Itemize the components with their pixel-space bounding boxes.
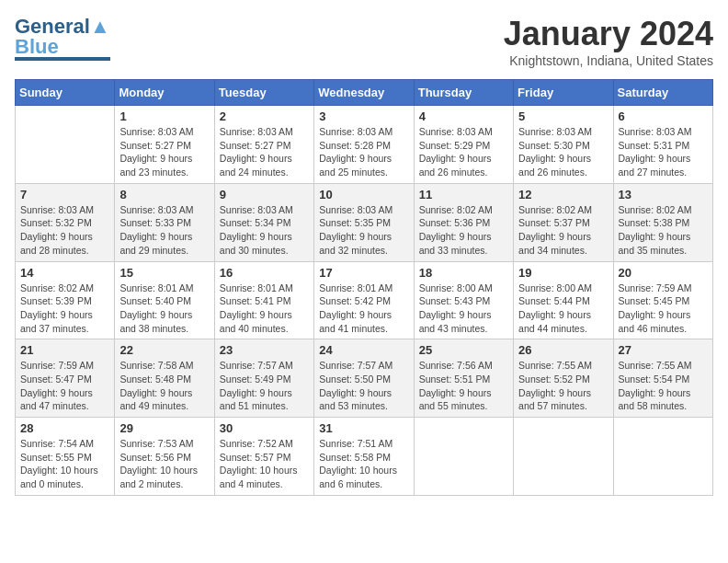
day-cell: 28Sunrise: 7:54 AMSunset: 5:55 PMDayligh… bbox=[16, 418, 115, 496]
day-info: Sunrise: 7:59 AMSunset: 5:45 PMDaylight:… bbox=[619, 282, 708, 336]
day-cell: 24Sunrise: 7:57 AMSunset: 5:50 PMDayligh… bbox=[314, 339, 414, 418]
day-cell: 14Sunrise: 8:02 AMSunset: 5:39 PMDayligh… bbox=[16, 261, 115, 339]
day-cell: 12Sunrise: 8:02 AMSunset: 5:37 PMDayligh… bbox=[514, 183, 613, 261]
day-info: Sunrise: 8:03 AMSunset: 5:29 PMDaylight:… bbox=[419, 125, 508, 179]
week-row-3: 14Sunrise: 8:02 AMSunset: 5:39 PMDayligh… bbox=[16, 261, 713, 339]
day-number: 17 bbox=[319, 266, 408, 280]
day-info: Sunrise: 7:58 AMSunset: 5:48 PMDaylight:… bbox=[119, 359, 209, 413]
day-cell: 10Sunrise: 8:03 AMSunset: 5:35 PMDayligh… bbox=[314, 183, 414, 261]
day-number: 23 bbox=[220, 343, 309, 357]
day-number: 10 bbox=[319, 188, 408, 201]
day-cell: 2Sunrise: 8:03 AMSunset: 5:27 PMDaylight… bbox=[214, 106, 313, 184]
logo-divider bbox=[15, 57, 110, 61]
day-number: 6 bbox=[619, 109, 708, 123]
day-cell: 21Sunrise: 7:59 AMSunset: 5:47 PMDayligh… bbox=[16, 339, 115, 418]
day-info: Sunrise: 8:02 AMSunset: 5:36 PMDaylight:… bbox=[419, 203, 508, 258]
day-number: 18 bbox=[419, 266, 508, 280]
day-number: 1 bbox=[119, 109, 209, 123]
day-cell: 31Sunrise: 7:51 AMSunset: 5:58 PMDayligh… bbox=[314, 418, 414, 496]
calendar-table: SundayMondayTuesdayWednesdayThursdayFrid… bbox=[15, 79, 713, 496]
day-cell: 17Sunrise: 8:01 AMSunset: 5:42 PMDayligh… bbox=[314, 261, 414, 339]
day-number: 7 bbox=[20, 188, 109, 201]
day-number: 13 bbox=[619, 188, 708, 201]
day-info: Sunrise: 8:03 AMSunset: 5:27 PMDaylight:… bbox=[119, 125, 209, 179]
day-number: 12 bbox=[518, 188, 608, 201]
day-cell: 30Sunrise: 7:52 AMSunset: 5:57 PMDayligh… bbox=[214, 418, 313, 496]
day-cell bbox=[414, 418, 513, 496]
day-number: 19 bbox=[518, 266, 608, 280]
day-info: Sunrise: 7:57 AMSunset: 5:50 PMDaylight:… bbox=[319, 359, 408, 413]
day-info: Sunrise: 8:02 AMSunset: 5:39 PMDaylight:… bbox=[20, 282, 109, 336]
col-header-friday: Friday bbox=[514, 80, 613, 106]
day-cell: 26Sunrise: 7:55 AMSunset: 5:52 PMDayligh… bbox=[514, 339, 613, 418]
day-info: Sunrise: 7:57 AMSunset: 5:49 PMDaylight:… bbox=[220, 359, 309, 413]
day-info: Sunrise: 8:03 AMSunset: 5:27 PMDaylight:… bbox=[220, 125, 309, 179]
day-number: 14 bbox=[20, 266, 109, 280]
day-info: Sunrise: 8:02 AMSunset: 5:38 PMDaylight:… bbox=[619, 203, 708, 258]
header-row: SundayMondayTuesdayWednesdayThursdayFrid… bbox=[16, 80, 713, 106]
day-info: Sunrise: 8:00 AMSunset: 5:44 PMDaylight:… bbox=[518, 282, 608, 336]
day-info: Sunrise: 8:00 AMSunset: 5:43 PMDaylight:… bbox=[419, 282, 508, 336]
page-header: General ▲ Blue January 2024 Knightstown,… bbox=[15, 15, 713, 68]
day-number: 9 bbox=[220, 188, 309, 201]
day-cell: 4Sunrise: 8:03 AMSunset: 5:29 PMDaylight… bbox=[414, 106, 513, 184]
day-number: 21 bbox=[20, 343, 109, 357]
day-cell: 7Sunrise: 8:03 AMSunset: 5:32 PMDaylight… bbox=[16, 183, 115, 261]
week-row-4: 21Sunrise: 7:59 AMSunset: 5:47 PMDayligh… bbox=[16, 339, 713, 418]
week-row-1: 1Sunrise: 8:03 AMSunset: 5:27 PMDaylight… bbox=[16, 106, 713, 184]
day-cell: 29Sunrise: 7:53 AMSunset: 5:56 PMDayligh… bbox=[115, 418, 214, 496]
month-title: January 2024 bbox=[504, 15, 713, 53]
day-number: 26 bbox=[518, 343, 608, 357]
day-number: 24 bbox=[319, 343, 408, 357]
day-number: 11 bbox=[419, 188, 508, 201]
logo-blue-text: Blue bbox=[15, 39, 59, 55]
day-number: 8 bbox=[119, 188, 209, 201]
day-number: 29 bbox=[119, 421, 209, 435]
title-section: January 2024 Knightstown, Indiana, Unite… bbox=[504, 15, 713, 68]
col-header-tuesday: Tuesday bbox=[214, 80, 313, 106]
day-cell: 25Sunrise: 7:56 AMSunset: 5:51 PMDayligh… bbox=[414, 339, 513, 418]
location-subtitle: Knightstown, Indiana, United States bbox=[504, 53, 713, 68]
day-cell: 1Sunrise: 8:03 AMSunset: 5:27 PMDaylight… bbox=[115, 106, 214, 184]
logo-bird-icon: ▲ bbox=[90, 15, 110, 39]
day-number: 31 bbox=[319, 421, 408, 435]
day-info: Sunrise: 7:55 AMSunset: 5:52 PMDaylight:… bbox=[518, 359, 608, 413]
day-number: 27 bbox=[619, 343, 708, 357]
day-info: Sunrise: 8:03 AMSunset: 5:33 PMDaylight:… bbox=[119, 203, 209, 258]
day-info: Sunrise: 8:03 AMSunset: 5:31 PMDaylight:… bbox=[619, 125, 708, 179]
day-info: Sunrise: 8:01 AMSunset: 5:40 PMDaylight:… bbox=[119, 282, 209, 336]
day-cell: 22Sunrise: 7:58 AMSunset: 5:48 PMDayligh… bbox=[115, 339, 214, 418]
day-cell: 19Sunrise: 8:00 AMSunset: 5:44 PMDayligh… bbox=[514, 261, 613, 339]
col-header-wednesday: Wednesday bbox=[314, 80, 414, 106]
day-cell: 8Sunrise: 8:03 AMSunset: 5:33 PMDaylight… bbox=[115, 183, 214, 261]
day-number: 4 bbox=[419, 109, 508, 123]
day-cell: 23Sunrise: 7:57 AMSunset: 5:49 PMDayligh… bbox=[214, 339, 313, 418]
day-cell: 18Sunrise: 8:00 AMSunset: 5:43 PMDayligh… bbox=[414, 261, 513, 339]
day-info: Sunrise: 7:53 AMSunset: 5:56 PMDaylight:… bbox=[119, 437, 209, 491]
day-info: Sunrise: 8:02 AMSunset: 5:37 PMDaylight:… bbox=[518, 203, 608, 258]
logo: General ▲ Blue bbox=[15, 15, 110, 61]
day-info: Sunrise: 7:54 AMSunset: 5:55 PMDaylight:… bbox=[20, 437, 109, 491]
day-number: 20 bbox=[619, 266, 708, 280]
week-row-5: 28Sunrise: 7:54 AMSunset: 5:55 PMDayligh… bbox=[16, 418, 713, 496]
day-number: 2 bbox=[220, 109, 309, 123]
day-number: 22 bbox=[119, 343, 209, 357]
day-info: Sunrise: 8:03 AMSunset: 5:32 PMDaylight:… bbox=[20, 203, 109, 258]
day-number: 28 bbox=[20, 421, 109, 435]
col-header-sunday: Sunday bbox=[16, 80, 115, 106]
day-info: Sunrise: 7:52 AMSunset: 5:57 PMDaylight:… bbox=[220, 437, 309, 491]
day-cell: 5Sunrise: 8:03 AMSunset: 5:30 PMDaylight… bbox=[514, 106, 613, 184]
day-number: 5 bbox=[518, 109, 608, 123]
day-cell: 13Sunrise: 8:02 AMSunset: 5:38 PMDayligh… bbox=[613, 183, 712, 261]
day-info: Sunrise: 8:03 AMSunset: 5:30 PMDaylight:… bbox=[518, 125, 608, 179]
day-cell: 15Sunrise: 8:01 AMSunset: 5:40 PMDayligh… bbox=[115, 261, 214, 339]
day-number: 25 bbox=[419, 343, 508, 357]
day-number: 30 bbox=[220, 421, 309, 435]
day-cell bbox=[16, 106, 115, 184]
day-info: Sunrise: 8:03 AMSunset: 5:35 PMDaylight:… bbox=[319, 203, 408, 258]
day-info: Sunrise: 8:03 AMSunset: 5:34 PMDaylight:… bbox=[220, 203, 309, 258]
day-cell: 27Sunrise: 7:55 AMSunset: 5:54 PMDayligh… bbox=[613, 339, 712, 418]
day-cell bbox=[613, 418, 712, 496]
day-number: 15 bbox=[119, 266, 209, 280]
day-cell: 6Sunrise: 8:03 AMSunset: 5:31 PMDaylight… bbox=[613, 106, 712, 184]
